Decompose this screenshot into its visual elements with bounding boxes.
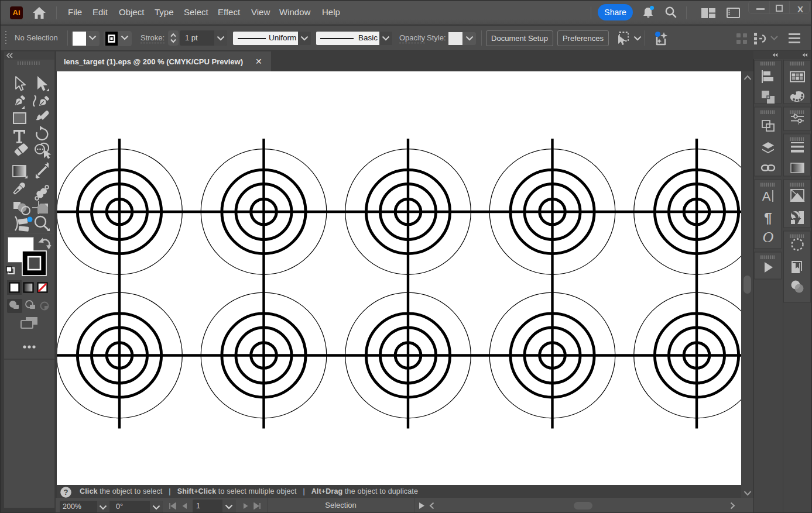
svg-text:A: A bbox=[762, 189, 771, 204]
svg-text:?: ? bbox=[63, 488, 68, 497]
svg-text:O: O bbox=[763, 229, 774, 246]
svg-text:¶: ¶ bbox=[764, 210, 772, 226]
